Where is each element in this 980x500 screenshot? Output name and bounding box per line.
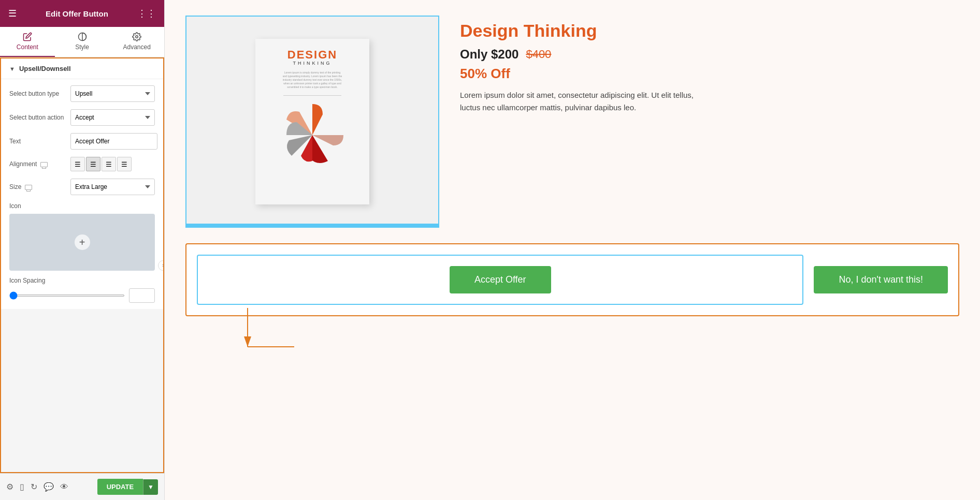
- gear-icon: [132, 32, 141, 41]
- button-action-select[interactable]: Accept Decline: [70, 109, 155, 126]
- grid-icon[interactable]: ⋮⋮: [137, 8, 156, 19]
- footer-icons: ⚙ ▯ ↻ 💬 👁: [6, 482, 68, 492]
- button-action-label: Select button action: [9, 114, 66, 121]
- update-button[interactable]: UPDATE: [97, 479, 143, 495]
- buttons-section: Accept Offer No, I don't want this!: [185, 243, 959, 316]
- main-inner: DESIGN THINKING Lorem ipsum is simply du…: [165, 0, 980, 500]
- circle-half-icon: [78, 32, 87, 41]
- panel-title: Edit Offer Button: [46, 9, 108, 18]
- icon-spacing-label: Icon Spacing: [9, 277, 155, 284]
- book-container: DESIGN THINKING Lorem ipsum is simply du…: [185, 16, 439, 228]
- alignment-label: Alignment: [9, 160, 66, 168]
- text-row: Text: [9, 133, 155, 150]
- book-sub-title: THINKING: [287, 61, 337, 66]
- left-panel: ☰ Edit Offer Button ⋮⋮ Content Style Adv…: [0, 0, 165, 500]
- size-label: Size: [9, 183, 66, 190]
- button-type-row: Select button type Upsell Downsell: [9, 85, 155, 102]
- size-monitor-icon: [25, 185, 32, 190]
- align-left-btn[interactable]: ☰: [70, 157, 85, 171]
- align-center-btn[interactable]: ☰: [86, 157, 100, 171]
- panel-tabs: Content Style Advanced: [0, 27, 164, 57]
- size-row: Size Small Medium Large Extra Large: [9, 179, 155, 195]
- update-btn-group: UPDATE ▼: [97, 479, 158, 495]
- tab-content[interactable]: Content: [0, 27, 55, 57]
- hamburger-icon[interactable]: ☰: [8, 8, 17, 19]
- panel-footer: ⚙ ▯ ↻ 💬 👁 UPDATE ▼: [0, 473, 164, 500]
- slider-row: [9, 288, 155, 303]
- product-description: Lorem ipsum dolor sit amet, consectetur …: [460, 89, 709, 114]
- layers-icon[interactable]: ▯: [20, 482, 24, 492]
- book-divider: [283, 95, 342, 96]
- alignment-row: Alignment ☰ ☰ ☰ ☰: [9, 157, 155, 171]
- book-title-area: DESIGN THINKING: [287, 49, 337, 66]
- icon-upload-plus: +: [75, 234, 90, 250]
- product-title: Design Thinking: [460, 21, 959, 41]
- monitor-icon: [40, 162, 48, 167]
- panel-header: ☰ Edit Offer Button ⋮⋮: [0, 0, 164, 27]
- text-label: Text: [9, 138, 66, 145]
- align-justify-btn[interactable]: ☰: [117, 157, 132, 171]
- settings-icon[interactable]: ⚙: [6, 482, 13, 492]
- icon-upload-area[interactable]: +: [9, 214, 155, 271]
- main-content: DESIGN THINKING Lorem ipsum is simply du…: [165, 0, 980, 500]
- icon-spacing-slider[interactable]: [9, 295, 125, 297]
- discount-text: 50% Off: [460, 66, 959, 82]
- svg-point-1: [136, 36, 138, 38]
- button-action-row: Select button action Accept Decline: [9, 109, 155, 126]
- panel-content: ▼ Upsell/Downsell Select button type Ups…: [0, 57, 164, 473]
- book-cover: DESIGN THINKING Lorem ipsum is simply du…: [186, 17, 438, 227]
- undo-icon[interactable]: ↻: [31, 482, 37, 492]
- price-original: $400: [526, 48, 551, 61]
- icon-section: Icon +: [9, 202, 155, 271]
- pencil-icon: [23, 32, 32, 41]
- product-section: DESIGN THINKING Lorem ipsum is simply du…: [185, 16, 959, 228]
- icon-spacing-section: Icon Spacing: [9, 277, 155, 303]
- icon-spacing-value[interactable]: [129, 288, 155, 303]
- align-right-btn[interactable]: ☰: [102, 157, 116, 171]
- section-header: ▼ Upsell/Downsell: [1, 58, 163, 79]
- tab-advanced[interactable]: Advanced: [109, 27, 164, 57]
- comment-icon[interactable]: 💬: [44, 482, 54, 492]
- tab-style[interactable]: Style: [55, 27, 110, 57]
- alignment-buttons: ☰ ☰ ☰ ☰: [70, 157, 132, 171]
- button-type-select[interactable]: Upsell Downsell: [70, 85, 155, 102]
- tab-content-label: Content: [17, 43, 38, 51]
- tab-style-label: Style: [75, 43, 89, 51]
- text-input[interactable]: [70, 133, 157, 150]
- section-title: Upsell/Downsell: [19, 65, 71, 72]
- icon-label: Icon: [9, 202, 155, 210]
- accept-offer-button[interactable]: Accept Offer: [450, 266, 551, 293]
- book-svg: DESIGN THINKING Lorem ipsum is simply du…: [255, 39, 369, 204]
- button-type-label: Select button type: [9, 90, 66, 97]
- size-select[interactable]: Small Medium Large Extra Large: [70, 179, 155, 195]
- tab-advanced-label: Advanced: [123, 43, 150, 51]
- accept-offer-outer: Accept Offer: [197, 255, 803, 305]
- book-bottom-accent: [186, 224, 438, 227]
- product-info: Design Thinking Only $200 $400 50% Off L…: [460, 16, 959, 114]
- book-pinwheel: [276, 99, 349, 171]
- section-body: Select button type Upsell Downsell Selec…: [1, 79, 163, 309]
- update-dropdown-btn[interactable]: ▼: [143, 479, 158, 495]
- book-body-text: Lorem ipsum is simply dummy text of the …: [283, 71, 342, 89]
- price-current: Only $200: [460, 47, 518, 62]
- collapse-icon[interactable]: ▼: [9, 66, 15, 72]
- eye-icon[interactable]: 👁: [60, 482, 68, 492]
- price-row: Only $200 $400: [460, 47, 959, 62]
- decline-offer-button[interactable]: No, I don't want this!: [814, 266, 948, 293]
- book-main-title: DESIGN: [287, 49, 337, 61]
